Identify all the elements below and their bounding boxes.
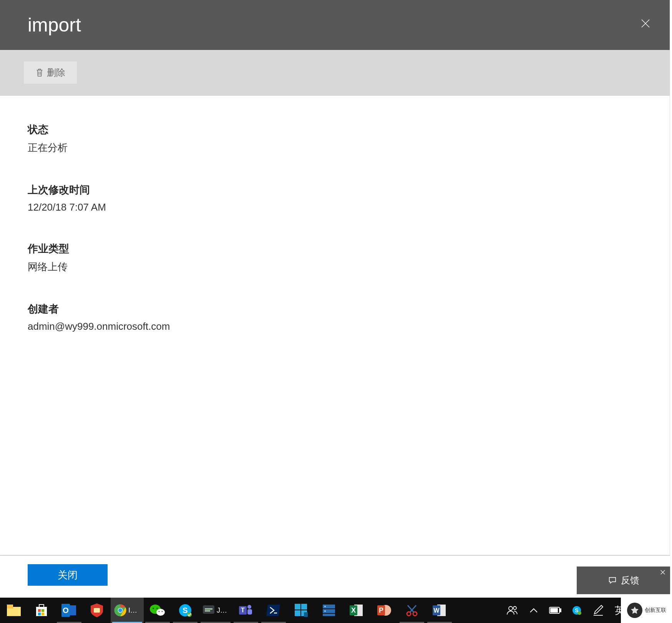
field-value: 网络上传	[28, 260, 670, 274]
svg-point-63	[577, 611, 581, 615]
field-status: 状态 正在分析	[28, 123, 670, 155]
panel-header: import	[0, 0, 670, 50]
battery-icon[interactable]	[544, 598, 566, 623]
chat-icon	[608, 576, 617, 585]
close-icon[interactable]	[640, 18, 651, 32]
powershell-icon[interactable]	[260, 598, 287, 623]
people-icon[interactable]	[501, 598, 523, 623]
svg-rect-10	[38, 613, 41, 615]
field-label: 作业类型	[28, 242, 670, 256]
watermark-badge-icon	[627, 603, 642, 618]
svg-rect-29	[205, 608, 212, 610]
svg-rect-39	[304, 612, 308, 617]
powerpoint-icon[interactable]: P	[370, 598, 398, 623]
watermark-logo: 创新互联	[627, 603, 666, 618]
close-button[interactable]: 关闭	[28, 564, 108, 586]
excel-icon[interactable]: X	[343, 598, 370, 623]
feedback-close-icon[interactable]	[659, 568, 666, 578]
field-creator: 创建者 admin@wy999.onmicrosoft.com	[28, 302, 670, 332]
chrome-icon[interactable]: I…	[111, 598, 144, 623]
trash-icon	[35, 68, 44, 78]
windows-taskbar: O I… S J… T X	[0, 598, 672, 623]
outlook-icon[interactable]: O	[55, 598, 83, 623]
field-value: 正在分析	[28, 141, 670, 155]
svg-rect-8	[38, 609, 41, 612]
field-value: admin@wy999.onmicrosoft.com	[28, 321, 670, 332]
field-label: 创建者	[28, 302, 670, 316]
svg-text:T: T	[241, 607, 245, 613]
feedback-bar: 反馈	[577, 567, 670, 594]
delete-button-label: 删除	[47, 66, 65, 79]
panel-content: 状态 正在分析 上次修改时间 12/20/18 7:07 AM 作业类型 网络上…	[0, 96, 670, 562]
delete-button[interactable]: 删除	[24, 61, 77, 84]
jabber-icon[interactable]: J…	[199, 598, 232, 623]
panel-footer: 关闭	[0, 555, 670, 594]
svg-text:P: P	[379, 606, 383, 614]
svg-point-44	[324, 610, 326, 612]
panel-title: import	[28, 14, 81, 36]
svg-rect-15	[94, 608, 100, 613]
skype-tray-icon[interactable]: S	[566, 598, 587, 623]
skype-business-icon[interactable]: S	[171, 598, 199, 623]
windows-admin-icon[interactable]	[287, 598, 315, 623]
svg-point-24	[161, 611, 163, 612]
svg-point-51	[407, 612, 411, 616]
svg-rect-42	[323, 614, 335, 616]
svg-text:S: S	[183, 606, 187, 615]
svg-point-21	[153, 608, 154, 609]
huorong-icon[interactable]	[83, 598, 111, 623]
svg-rect-35	[295, 604, 300, 610]
command-bar: 删除	[0, 50, 670, 96]
svg-text:W: W	[433, 607, 440, 614]
taskbar-app-label: J…	[217, 606, 227, 615]
field-job-type: 作业类型 网络上传	[28, 242, 670, 274]
field-label: 状态	[28, 123, 670, 136]
field-modified: 上次修改时间 12/20/18 7:07 AM	[28, 183, 670, 213]
svg-rect-36	[301, 604, 307, 610]
watermark: 创新互联	[621, 598, 672, 623]
tray-chevron-icon[interactable]	[523, 598, 544, 623]
svg-point-52	[413, 612, 417, 616]
server-manager-icon[interactable]	[315, 598, 343, 623]
feedback-label: 反馈	[621, 574, 639, 586]
svg-point-56	[509, 606, 513, 610]
svg-rect-11	[41, 613, 44, 615]
word-icon[interactable]: W	[426, 598, 453, 623]
watermark-text: 创新互联	[645, 607, 666, 613]
taskbar-left: O I… S J… T X	[0, 598, 453, 623]
file-explorer-icon[interactable]	[0, 598, 28, 623]
svg-point-23	[158, 611, 159, 612]
svg-rect-59	[560, 609, 561, 612]
svg-text:O: O	[63, 606, 69, 615]
svg-rect-60	[551, 608, 558, 612]
field-value: 12/20/18 7:07 AM	[28, 201, 670, 213]
svg-rect-37	[295, 610, 300, 616]
svg-rect-5	[7, 605, 13, 608]
svg-text:X: X	[351, 606, 356, 614]
wechat-icon[interactable]	[144, 598, 171, 623]
snipping-tool-icon[interactable]	[398, 598, 426, 623]
svg-rect-9	[41, 609, 44, 612]
svg-rect-30	[205, 610, 210, 611]
taskbar-app-label: I…	[128, 606, 137, 615]
field-label: 上次修改时间	[28, 183, 670, 197]
import-panel: import 删除 状态 正在分析 上次修改时间 12/20/18 7:07 A…	[0, 0, 670, 562]
svg-point-20	[156, 609, 165, 616]
svg-point-27	[187, 612, 192, 617]
microsoft-store-icon[interactable]	[28, 598, 55, 623]
svg-point-18	[118, 608, 122, 612]
svg-point-33	[247, 605, 251, 609]
ink-workspace-icon[interactable]	[587, 598, 609, 623]
teams-icon[interactable]: T	[232, 598, 260, 623]
svg-rect-34	[247, 609, 252, 615]
svg-point-43	[324, 606, 326, 607]
feedback-button[interactable]: 反馈	[577, 574, 670, 586]
svg-point-57	[513, 606, 516, 610]
svg-point-22	[156, 608, 158, 609]
